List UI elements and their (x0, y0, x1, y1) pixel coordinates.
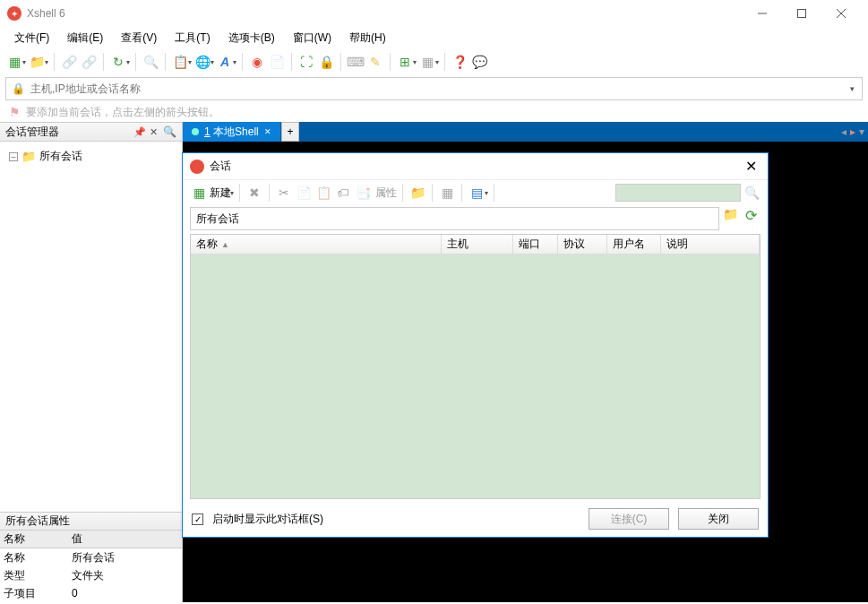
menubar: 文件(F) 编辑(E) 查看(V) 工具(T) 选项卡(B) 窗口(W) 帮助(… (0, 27, 868, 48)
dlg-view-icon[interactable]: ▦ (438, 184, 456, 202)
properties-header: 所有会话属性 (0, 513, 182, 531)
host-input[interactable] (30, 82, 843, 95)
properties-grid: 名称 值 名称所有会话 类型文件夹 子项目0 (0, 531, 182, 602)
dlg-path-box[interactable]: 所有会话 (190, 207, 719, 230)
tab-close-icon[interactable]: ✕ (264, 127, 271, 136)
menu-tools[interactable]: 工具(T) (166, 29, 219, 47)
link2-icon[interactable]: 🔗 (80, 53, 98, 71)
close-dialog-button[interactable]: 关闭 (678, 508, 759, 530)
prop-col-value: 值 (68, 531, 82, 547)
help-icon[interactable]: ❓ (451, 53, 468, 71)
session-list[interactable]: 名称▲ 主机 端口 协议 用户名 说明 (190, 234, 761, 499)
dlg-new-icon[interactable]: ▦ (190, 184, 208, 202)
list-body[interactable] (191, 255, 760, 498)
lock-small-icon: 🔒 (12, 82, 25, 95)
dialog-titlebar: 会话 ✕ (183, 153, 768, 180)
sessions-dialog: 会话 ✕ ▦ 新建 ▾ ✖ ✂ 📄 📋 🏷 📑 属性 📁 ▦ ▤▾ 🔍 所有会话… (182, 152, 769, 538)
globe-icon[interactable]: 🌐 (193, 53, 211, 71)
menu-help[interactable]: 帮助(H) (340, 29, 395, 47)
window-controls (743, 0, 861, 27)
hint-bar: ⚑ 要添加当前会话，点击左侧的箭头按钮。 (0, 102, 868, 122)
maximize-button[interactable] (782, 0, 821, 27)
font-icon[interactable]: A (216, 53, 234, 71)
dialog-path-bar: 所有会话 📁 ⟳ (190, 207, 761, 230)
dialog-title: 会话 (210, 159, 742, 174)
tab-prev-icon[interactable]: ◂ (841, 125, 847, 138)
minimize-button[interactable] (743, 0, 782, 27)
col-host[interactable]: 主机 (442, 235, 513, 254)
new-window-icon[interactable]: ⊞ (396, 53, 414, 71)
dlg-copy-icon[interactable]: 📄 (295, 184, 313, 202)
sidebar-search-icon[interactable]: 🔍 (163, 125, 176, 138)
col-name[interactable]: 名称▲ (191, 235, 442, 254)
session-tree[interactable]: – 📁 所有会话 (0, 142, 182, 513)
dlg-cut-icon[interactable]: ✂ (275, 184, 293, 202)
hint-text: 要添加当前会话，点击左侧的箭头按钮。 (26, 105, 219, 120)
sidebar-title: 会话管理器 (5, 125, 133, 140)
address-bar[interactable]: 🔒 ▾ (5, 77, 863, 100)
menu-file[interactable]: 文件(F) (5, 29, 58, 47)
dialog-toolbar: ▦ 新建 ▾ ✖ ✂ 📄 📋 🏷 📑 属性 📁 ▦ ▤▾ 🔍 (183, 180, 768, 205)
col-protocol[interactable]: 协议 (558, 235, 607, 254)
tree-root-item[interactable]: – 📁 所有会话 (5, 147, 176, 166)
tab-nav: ◂ ▸ ▾ (841, 122, 864, 142)
fullscreen-icon[interactable]: ⛶ (297, 53, 315, 71)
dlg-browse-icon[interactable]: 📁 (723, 207, 738, 230)
doc-icon[interactable]: 📄 (268, 53, 286, 71)
link-icon[interactable]: 🔗 (60, 53, 78, 71)
tab-number: 1 (204, 125, 211, 138)
tab-label: 本地Shell (213, 125, 259, 138)
tab-menu-icon[interactable]: ▾ (859, 125, 864, 138)
dlg-props-label: 属性 (375, 186, 397, 201)
new-tab-button[interactable]: + (281, 122, 299, 142)
col-desc[interactable]: 说明 (661, 235, 760, 254)
dialog-close-button[interactable]: ✕ (742, 158, 761, 175)
refresh-icon[interactable]: ↻ (109, 53, 127, 71)
new-session-icon[interactable]: ▦ (5, 53, 23, 71)
keyboard-icon[interactable]: ⌨ (347, 53, 365, 71)
col-port[interactable]: 端口 (513, 235, 558, 254)
dlg-folder-icon[interactable]: 📁 (408, 184, 426, 202)
app-title: Xshell 6 (27, 7, 743, 20)
copy-icon[interactable]: 📋 (171, 53, 189, 71)
search-icon[interactable]: 🔍 (142, 53, 159, 71)
menu-window[interactable]: 窗口(W) (284, 29, 340, 47)
list-header: 名称▲ 主机 端口 协议 用户名 说明 (191, 235, 760, 255)
pin-icon[interactable]: 📌 (133, 126, 146, 138)
connect-button[interactable]: 连接(C) (589, 508, 669, 530)
dlg-new-label[interactable]: 新建 (210, 186, 231, 201)
dlg-paste-icon[interactable]: 📋 (314, 184, 332, 202)
dlg-rename-icon[interactable]: 🏷 (334, 184, 352, 202)
close-button[interactable] (821, 0, 861, 27)
dlg-path-text: 所有会话 (196, 211, 239, 227)
dialog-bottom: ✓ 启动时显示此对话框(S) 连接(C) 关闭 (183, 501, 768, 537)
tab-status-dot (192, 128, 199, 135)
dlg-layout-icon[interactable]: ▤ (468, 184, 486, 202)
titlebar: ✦ Xshell 6 (0, 0, 868, 27)
show-on-start-checkbox[interactable]: ✓ (192, 513, 203, 525)
tab-next-icon[interactable]: ▸ (850, 125, 855, 138)
record-icon[interactable]: ◉ (248, 53, 266, 71)
menu-tabs[interactable]: 选项卡(B) (219, 29, 284, 47)
sort-icon: ▲ (221, 240, 229, 249)
dlg-refresh-icon[interactable]: ⟳ (742, 207, 761, 230)
tab-local-shell[interactable]: 1 本地Shell ✕ (183, 122, 281, 142)
show-on-start-label: 启动时显示此对话框(S) (212, 512, 323, 527)
sidebar-close-icon[interactable]: ✕ (150, 126, 158, 138)
open-icon[interactable]: 📁 (28, 53, 46, 71)
dlg-search-box[interactable] (615, 184, 741, 202)
dlg-props-icon[interactable]: 📑 (354, 184, 372, 202)
feedback-icon[interactable]: 💬 (470, 53, 488, 71)
menu-view[interactable]: 查看(V) (112, 29, 166, 47)
menu-edit[interactable]: 编辑(E) (58, 29, 112, 47)
address-dropdown[interactable]: ▾ (843, 84, 862, 93)
expand-icon[interactable]: – (9, 152, 18, 161)
col-user[interactable]: 用户名 (607, 235, 661, 254)
sidebar-header: 会话管理器 📌 ✕ 🔍 (0, 122, 182, 142)
dlg-search-icon[interactable]: 🔍 (743, 184, 761, 202)
highlight-icon[interactable]: ✎ (366, 53, 384, 71)
tile-icon[interactable]: ▦ (418, 53, 436, 71)
lock-icon[interactable]: 🔒 (317, 53, 335, 71)
app-icon: ✦ (7, 6, 21, 21)
dlg-delete-icon[interactable]: ✖ (245, 184, 263, 202)
